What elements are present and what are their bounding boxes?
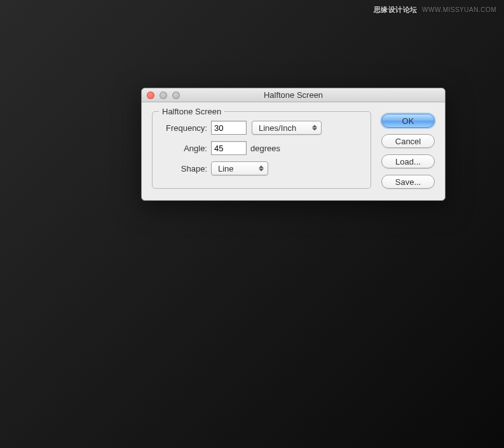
ok-button-label: OK	[402, 116, 414, 126]
frequency-unit-value: Lines/Inch	[259, 123, 296, 133]
watermark-chinese: 思缘设计论坛	[374, 6, 418, 13]
frequency-label: Frequency:	[161, 123, 211, 133]
background-image	[0, 0, 504, 448]
save-button[interactable]: Save...	[381, 175, 435, 189]
frequency-input[interactable]	[211, 121, 247, 135]
load-button-label: Load...	[395, 157, 421, 166]
button-column: OK Cancel Load... Save...	[381, 111, 435, 189]
cancel-button-label: Cancel	[395, 137, 421, 146]
frequency-row: Frequency: Lines/Inch	[161, 121, 362, 135]
shape-label: Shape:	[161, 164, 211, 173]
load-button[interactable]: Load...	[381, 154, 435, 168]
save-button-label: Save...	[395, 177, 421, 187]
ok-button[interactable]: OK	[381, 114, 435, 128]
shape-value: Line	[218, 164, 234, 173]
angle-input[interactable]	[211, 141, 247, 155]
fieldset-legend: Halftone Screen	[159, 107, 224, 116]
updown-arrows-icon	[312, 125, 317, 131]
shape-row: Shape: Line	[161, 161, 362, 175]
watermark-url: WWW.MISSYUAN.COM	[422, 6, 496, 13]
frequency-unit-select[interactable]: Lines/Inch	[252, 121, 322, 135]
angle-row: Angle: degrees	[161, 141, 362, 155]
cancel-button[interactable]: Cancel	[381, 134, 435, 148]
watermark: 思缘设计论坛 WWW.MISSYUAN.COM	[374, 5, 496, 15]
updown-arrows-icon	[259, 166, 264, 172]
dialog-titlebar[interactable]: Halftone Screen	[142, 88, 445, 102]
dialog-body: Halftone Screen Frequency: Lines/Inch An…	[142, 102, 445, 200]
shape-select[interactable]: Line	[211, 161, 268, 175]
frequency-unit-select-wrap: Lines/Inch	[252, 121, 322, 135]
halftone-fieldset: Halftone Screen Frequency: Lines/Inch An…	[152, 111, 371, 189]
halftone-dialog: Halftone Screen Halftone Screen Frequenc…	[141, 88, 446, 201]
shape-select-wrap: Line	[211, 161, 268, 175]
angle-label: Angle:	[161, 144, 211, 153]
dialog-title: Halftone Screen	[147, 90, 440, 100]
angle-unit-text: degrees	[250, 144, 280, 153]
